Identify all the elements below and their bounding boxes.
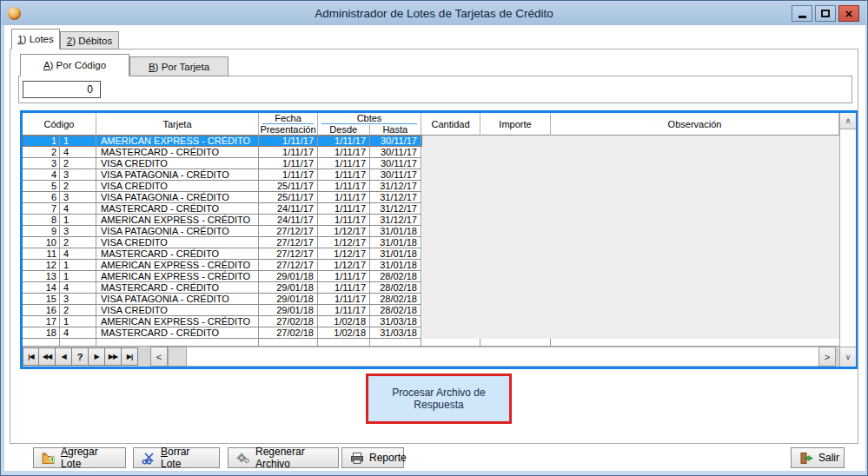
printer-icon	[350, 452, 364, 465]
cell: 1	[60, 316, 96, 327]
tab-lotes[interactable]: 1) Lotes	[11, 29, 60, 50]
minimize-button[interactable]	[792, 5, 812, 22]
table-row[interactable]: 93VISA PATAGONIA - CRÉDITO27/12/171/12/1…	[23, 226, 422, 237]
cell: 1/02/18	[318, 316, 370, 327]
column-header-codigo: Código	[23, 113, 96, 136]
maximize-icon	[821, 10, 830, 17]
table-row[interactable]: 32VISA CREDITO1/11/171/11/1730/11/17	[23, 158, 422, 169]
nav-next-page-button[interactable]: ▶▶	[105, 347, 122, 366]
table-row[interactable]: 81AMERICAN EXPRESS - CRÉDITO24/11/171/11…	[23, 215, 422, 226]
table-row[interactable]: 121AMERICAN EXPRESS - CRÉDITO27/12/171/1…	[23, 260, 422, 271]
column-header-fecha-presentacion: Fecha Presentación	[259, 113, 318, 136]
cell: 27/12/17	[259, 248, 318, 260]
cell: 3	[60, 192, 96, 203]
cell: 3	[23, 158, 60, 169]
scroll-left-button[interactable]: <	[150, 347, 168, 367]
cell: 4	[60, 327, 96, 339]
cell: MASTERCARD - CRÉDITO	[96, 327, 259, 339]
table-row[interactable]: 171AMERICAN EXPRESS - CRÉDITO27/02/181/0…	[23, 316, 422, 327]
table-row[interactable]: 153VISA PATAGONIA - CRÉDITO29/01/181/11/…	[23, 294, 422, 305]
table-row[interactable]: 144MASTERCARD - CRÉDITO29/01/181/11/1728…	[23, 282, 422, 294]
cell: 29/01/18	[259, 305, 318, 316]
nav-next-button[interactable]: ▶	[89, 347, 105, 366]
reporte-button[interactable]: Reporte	[341, 447, 404, 468]
cell: 4	[60, 147, 96, 158]
cell: VISA PATAGONIA - CRÉDITO	[96, 169, 259, 181]
cell: 28/02/18	[370, 282, 421, 294]
cell: AMERICAN EXPRESS - CRÉDITO	[96, 215, 259, 226]
cell: 2	[60, 158, 96, 169]
table-row[interactable]: 131AMERICAN EXPRESS - CRÉDITO29/01/181/1…	[23, 271, 422, 282]
table-row[interactable]: 63VISA PATAGONIA - CRÉDITO25/11/171/11/1…	[23, 192, 422, 203]
scroll-down-button[interactable]: ∨	[840, 347, 856, 367]
cell: 12	[23, 260, 60, 271]
cell: 31/12/17	[370, 215, 421, 226]
cell: MASTERCARD - CRÉDITO	[96, 282, 259, 294]
vertical-scrollbar: ∧ ∨	[839, 113, 855, 367]
table-row[interactable]: 43VISA PATAGONIA - CRÉDITO1/11/171/11/17…	[23, 169, 422, 181]
nav-search-button[interactable]: ?	[72, 347, 89, 366]
cell: 31/01/18	[370, 248, 421, 260]
tab-por-tarjeta-label: B	[149, 62, 156, 72]
regenerar-archivo-button[interactable]: Regenerar Archivo	[228, 447, 339, 468]
borrar-lote-button[interactable]: Borrar Lote	[133, 447, 220, 468]
cell: 27/12/17	[259, 226, 318, 237]
table-row[interactable]: 24MASTERCARD - CRÉDITO1/11/171/11/1730/1…	[23, 147, 422, 158]
cell: 1	[23, 136, 60, 147]
scroll-track[interactable]	[187, 347, 818, 367]
agregar-lote-button[interactable]: Agregar Lote	[33, 447, 126, 468]
cell: 1/11/17	[318, 181, 370, 192]
nav-prior-page-button[interactable]: ◀◀	[39, 347, 56, 366]
cell: 14	[23, 282, 60, 294]
cell: 1/11/17	[318, 305, 370, 316]
salir-button[interactable]: Salir	[791, 447, 845, 468]
scroll-right-button[interactable]: >	[818, 347, 836, 367]
cell: 13	[23, 271, 60, 282]
tab-por-codigo[interactable]: A) Por Código	[20, 54, 129, 76]
cell: 29/01/18	[259, 271, 318, 282]
cell: 1/12/17	[318, 226, 370, 237]
cell: 27/12/17	[259, 260, 318, 271]
codigo-input[interactable]	[23, 81, 101, 98]
table-row[interactable]: 184MASTERCARD - CRÉDITO27/02/181/02/1831…	[23, 327, 422, 339]
vscroll-track[interactable]	[840, 129, 856, 347]
cell: AMERICAN EXPRESS - CRÉDITO	[96, 271, 259, 282]
cell: 5	[23, 181, 60, 192]
nav-last-button[interactable]: ▶|	[122, 347, 138, 366]
procesar-archivo-button[interactable]: Procesar Archivo de Respuesta	[366, 374, 512, 424]
cell: VISA CREDITO	[96, 158, 259, 169]
tab-por-tarjeta[interactable]: B) Por Tarjeta	[129, 56, 229, 76]
regenerar-archivo-label: Regenerar Archivo	[255, 446, 330, 470]
scroll-up-button[interactable]: ∧	[840, 113, 856, 129]
nav-first-button[interactable]: |◀	[23, 347, 39, 366]
cell: 24/11/17	[259, 215, 318, 226]
cell: 1/11/17	[318, 215, 370, 226]
cell: 27/02/18	[259, 327, 318, 339]
cell: 30/11/17	[370, 169, 421, 181]
window-content: 1) Lotes 2) Débitos A) Por Código B) Por…	[4, 25, 865, 471]
table-row[interactable]: 74MASTERCARD - CRÉDITO24/11/171/11/1731/…	[23, 203, 422, 215]
table-row[interactable]: 11AMERICAN EXPRESS - CRÉDITO1/11/171/11/…	[23, 136, 422, 147]
scroll-thumb[interactable]	[168, 347, 187, 367]
close-button[interactable]: ×	[838, 5, 859, 22]
cell: 30/11/17	[370, 136, 421, 147]
table-row[interactable]: 162VISA CREDITO29/01/181/11/1728/02/18	[23, 305, 422, 316]
cell: 31/12/17	[370, 181, 421, 192]
cell: 31/03/18	[370, 316, 421, 327]
cell: 1/11/17	[318, 192, 370, 203]
tab-debitos[interactable]: 2) Débitos	[60, 31, 119, 50]
cell: 1/11/17	[318, 169, 370, 181]
cell: 29/01/18	[259, 294, 318, 305]
nav-prior-button[interactable]: ◀	[56, 347, 72, 366]
cell: 15	[23, 294, 60, 305]
column-header-desde: Desde	[318, 124, 370, 136]
table-row[interactable]: 52VISA CREDITO25/11/171/11/1731/12/17	[23, 181, 422, 192]
borrar-lote-label: B	[161, 446, 168, 458]
maximize-button[interactable]	[815, 5, 836, 22]
table-row[interactable]: 114MASTERCARD - CRÉDITO27/12/171/12/1731…	[23, 248, 422, 260]
cell: AMERICAN EXPRESS - CRÉDITO	[96, 260, 259, 271]
table-row[interactable]: 102VISA CREDITO27/12/171/12/1731/01/18	[23, 237, 422, 248]
exit-door-icon	[799, 452, 813, 465]
procesar-archivo-label: Procesar Archivo de Respuesta	[368, 387, 509, 411]
scissors-icon	[142, 452, 156, 465]
